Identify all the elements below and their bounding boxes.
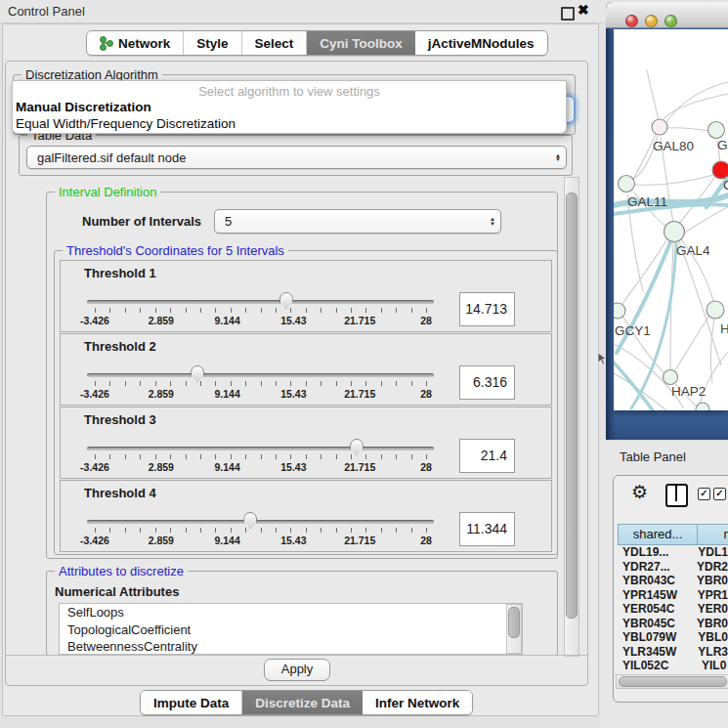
network-window-titlebar[interactable] (606, 2, 728, 28)
threshold-1-slider[interactable]: -3.4262.8599.14415.4321.71528 (87, 298, 434, 331)
threshold-4-slider[interactable]: -3.4262.8599.14415.4321.71528 (87, 518, 434, 551)
table-row[interactable]: YER054CYER0 (618, 602, 728, 617)
table-row[interactable]: YLR345WYLR3 (618, 645, 728, 660)
threshold-3-slider[interactable]: -3.4262.8599.14415.4321.71528 (87, 445, 434, 478)
slider-thumb[interactable] (279, 292, 293, 309)
table-row[interactable]: YIL052CYIL0 (618, 659, 728, 673)
tab-impute-data[interactable]: Impute Data (141, 691, 242, 714)
slider-thumb[interactable] (243, 512, 257, 529)
network-canvas[interactable]: GAL80GACGAL11GAL4GCY1HHAP2 (614, 29, 728, 410)
close-traffic-light-icon[interactable] (625, 15, 638, 27)
checkbox-checked-icon[interactable]: ✓ (698, 488, 710, 500)
close-icon[interactable]: ✖ (578, 2, 589, 18)
table-row[interactable]: YDL19...YDL1 (618, 545, 728, 560)
num-intervals-value: 5 (215, 214, 485, 229)
threshold-row-3: Threshold 3 -3.4262.8599.14415.4321.7152… (60, 407, 552, 479)
table-rows[interactable]: YDL19...YDL1YDR27...YDR2YBR043CYBR0YPR14… (618, 545, 728, 673)
control-panel-titlebar (0, 0, 606, 23)
threshold-1-value-field[interactable]: 14.713 (459, 292, 515, 326)
attributes-list-scrollbar[interactable] (506, 604, 522, 654)
network-icon (100, 36, 112, 50)
table-row[interactable]: YBR045CYBR0 (618, 617, 728, 631)
threshold-row-1: Threshold 1 -3.4262.8599.14415.4321.7152… (60, 260, 552, 332)
gear-icon[interactable]: ⚙ (631, 481, 648, 503)
svg-text:GAL4: GAL4 (676, 243, 710, 258)
attribute-item[interactable]: TopologicalCoefficient (60, 621, 522, 639)
svg-text:GAL80: GAL80 (653, 139, 694, 153)
svg-text:H: H (720, 321, 728, 336)
threshold-4-value-field[interactable]: 11.344 (459, 512, 515, 546)
table-row[interactable]: YPR145WYPR1 (618, 588, 728, 603)
threshold-2-value-field[interactable]: 6.316 (459, 365, 515, 400)
num-intervals-label: Number of Intervals (82, 214, 201, 229)
svg-text:C: C (723, 178, 728, 193)
num-intervals-combobox[interactable]: 5 ▲▼ (214, 209, 501, 234)
svg-text:HAP2: HAP2 (671, 384, 706, 399)
group-title: Interval Definition (55, 185, 160, 199)
table-row[interactable]: YBR043CYBR0 (618, 574, 728, 588)
svg-text:GAL11: GAL11 (627, 194, 667, 209)
screenshot-root: Control Panel ✖ Network Style Select Cyn… (0, 0, 728, 728)
threshold-3-value-field[interactable]: 21.4 (459, 439, 515, 473)
tab-infer-network[interactable]: Infer Network (363, 691, 472, 714)
group-title: Threshold's Coordinates for 5 Intervals (63, 243, 288, 258)
slider-thumb[interactable] (191, 365, 204, 382)
column-header-name[interactable]: n (697, 524, 728, 545)
slider-track[interactable] (87, 373, 434, 377)
threshold-row-2: Threshold 2 -3.4262.8599.14415.4321.7152… (60, 333, 552, 406)
apply-button[interactable]: Apply (264, 659, 330, 681)
tab-cyni-toolbox[interactable]: Cyni Toolbox (307, 31, 415, 55)
table-row[interactable]: YBL079WYBL0 (618, 630, 728, 645)
tab-select[interactable]: Select (242, 31, 308, 55)
columns-icon[interactable] (665, 484, 688, 507)
combo-spinner-icon: ▲▼ (485, 217, 500, 226)
table-data-combobox[interactable]: galFiltered.sif default node ▲▼ (26, 146, 567, 169)
divider (5, 655, 588, 656)
table-panel-title: Table Panel (620, 450, 686, 464)
slider-track[interactable] (87, 520, 434, 524)
slider-track[interactable] (87, 300, 434, 304)
svg-text:GA: GA (717, 138, 728, 152)
attribute-item[interactable]: SelfLoops (60, 604, 522, 621)
control-panel-title: Control Panel (8, 4, 85, 19)
tab-style[interactable]: Style (184, 31, 241, 55)
float-window-icon[interactable] (561, 7, 575, 21)
threshold-2-slider[interactable]: -3.4262.8599.14415.4321.71528 (87, 371, 434, 405)
control-panel-tabbar: Network Style Select Cyni Toolbox jActiv… (86, 30, 548, 56)
column-header-shared-name[interactable]: shared... (618, 524, 698, 545)
table-hscrollbar[interactable] (616, 674, 728, 689)
tab-discretize-data[interactable]: Discretize Data (242, 691, 363, 714)
attribute-item[interactable]: BetweennessCentrality (60, 638, 522, 655)
tab-label: Network (118, 36, 170, 51)
cyni-bottom-tabbar: Impute Data Discretize Data Infer Networ… (140, 690, 473, 715)
tab-network[interactable]: Network (87, 31, 184, 55)
slider-thumb[interactable] (350, 439, 364, 455)
dropdown-option-equal-width-frequency[interactable]: Equal Width/Frequency Discretization (13, 115, 566, 132)
zoom-traffic-light-icon[interactable] (664, 15, 677, 27)
threshold-row-4: Threshold 4 -3.4262.8599.14415.4321.7152… (60, 480, 552, 552)
checkbox-checked-icon[interactable]: ✓ (713, 488, 726, 500)
table-row[interactable]: YDR27...YDR2 (618, 560, 728, 575)
group-title: Attributes to discretize (55, 564, 188, 578)
main-scrollbar[interactable] (564, 177, 579, 657)
algorithm-dropdown-popup: Select algorithm to view settings Manual… (12, 80, 567, 134)
mouse-cursor (597, 352, 607, 365)
dropdown-prompt: Select algorithm to view settings (13, 84, 566, 99)
svg-text:GCY1: GCY1 (615, 323, 651, 338)
dropdown-option-manual-discretization[interactable]: Manual Discretization (13, 99, 566, 115)
minimize-traffic-light-icon[interactable] (645, 15, 658, 27)
numerical-attributes-list[interactable]: SelfLoopsTopologicalCoefficientBetweenne… (59, 603, 523, 655)
table-data-selected: galFiltered.sif default node (27, 150, 550, 165)
tab-jactivemnodules[interactable]: jActiveMNodules (415, 31, 547, 55)
combo-spinner-icon: ▲▼ (550, 153, 566, 162)
numerical-attributes-label: Numerical Attributes (55, 584, 179, 599)
slider-track[interactable] (87, 447, 434, 450)
